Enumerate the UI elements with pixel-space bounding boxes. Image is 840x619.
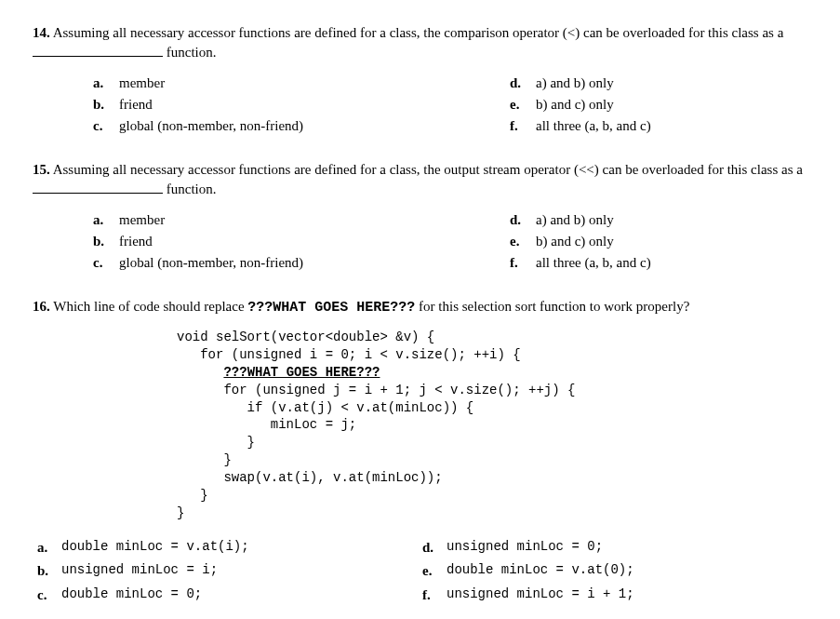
options-left: a. member b. friend c. global (non-membe… [93,74,510,138]
option-text: all three (a, b, and c) [536,253,807,273]
option-d: d. a) and b) only [510,210,807,230]
option-text: b) and c) only [536,232,807,251]
options-right: d. a) and b) only e. b) and c) only f. a… [510,74,807,138]
option-letter: e. [510,95,536,114]
options-right: d. a) and b) only e. b) and c) only f. a… [510,210,807,275]
question-16: 16. Which line of code should replace ??… [33,297,807,608]
option-letter: e. [510,232,536,251]
option-letter: b. [93,232,119,251]
question-body-after: function. [163,45,217,60]
code-options-left: a. double minLoc = v.at(i); b. unsigned … [37,537,422,609]
code-line: void selSort(vector<double> &v) { [177,330,434,344]
code-options-right: d. unsigned minLoc = 0; e. double minLoc… [422,537,807,609]
option-f: f. all three (a, b, and c) [510,116,807,136]
options-left: a. member b. friend c. global (non-membe… [93,210,510,275]
option-letter: c. [93,116,119,136]
code-line: } [177,488,208,503]
option-letter: f. [422,585,447,606]
question-number: 14. [33,25,50,40]
option-text: b) and c) only [536,95,807,114]
code-line: minLoc = j; [177,417,356,432]
code-line: } [177,505,184,520]
code-line [177,365,223,380]
fill-blank [33,56,163,57]
option-c: c. double minLoc = 0; [37,585,422,606]
option-text: friend [119,232,510,251]
question-text: 15. Assuming all necessary accessor func… [33,160,807,199]
code-line: swap(v.at(i), v.at(minLoc)); [177,470,443,485]
option-text: member [119,210,510,230]
option-letter: e. [422,560,447,582]
options-row: a. member b. friend c. global (non-membe… [33,210,807,275]
question-15: 15. Assuming all necessary accessor func… [33,160,807,275]
code-placeholder: ???WHAT GOES HERE??? [223,365,380,380]
question-number: 15. [33,162,50,177]
question-body-before: Assuming all necessary accessor function… [53,162,803,177]
option-letter: d. [422,537,447,558]
question-body-before: Which line of code should replace [53,299,247,314]
option-text: a) and b) only [536,74,807,93]
code-line: for (unsigned i = 0; i < v.size(); ++i) … [177,347,521,362]
option-e: e. b) and c) only [510,232,807,251]
option-text: member [119,74,510,93]
option-text: global (non-member, non-friend) [119,253,510,273]
option-letter: a. [93,210,119,230]
option-b: b. unsigned minLoc = i; [37,560,422,582]
placeholder-text: ???WHAT GOES HERE??? [247,300,415,316]
code-line: for (unsigned j = i + 1; j < v.size(); +… [177,383,575,397]
option-text: global (non-member, non-friend) [119,116,510,136]
option-a: a. member [93,210,510,230]
option-text: a) and b) only [536,210,807,230]
option-text: unsigned minLoc = i; [61,560,218,582]
question-body-after: function. [163,182,217,196]
question-text: 16. Which line of code should replace ??… [33,297,807,317]
option-a: a. member [93,74,510,93]
option-letter: a. [93,74,119,93]
option-letter: b. [37,560,61,582]
option-text: double minLoc = 0; [61,585,202,606]
option-letter: f. [510,253,536,273]
option-text: all three (a, b, and c) [536,116,807,136]
options-row: a. member b. friend c. global (non-membe… [33,74,807,138]
option-d: d. a) and b) only [510,74,807,93]
option-f: f. unsigned minLoc = i + 1; [422,585,807,606]
option-text: unsigned minLoc = 0; [447,537,603,558]
option-letter: a. [37,537,61,558]
option-b: b. friend [93,232,510,251]
option-letter: c. [37,585,61,606]
fill-blank [33,193,163,194]
code-line: } [177,435,255,450]
option-letter: d. [510,74,536,93]
option-e: e. b) and c) only [510,95,807,114]
option-letter: f. [510,116,536,136]
option-text: unsigned minLoc = i + 1; [447,585,634,606]
option-letter: c. [93,253,119,273]
option-c: c. global (non-member, non-friend) [93,116,510,136]
question-body-after: for this selection sort function to work… [415,299,689,314]
option-text: double minLoc = v.at(i); [61,537,249,558]
question-text: 14. Assuming all necessary accessor func… [33,23,807,62]
question-body-before: Assuming all necessary accessor function… [53,25,784,40]
option-d: d. unsigned minLoc = 0; [422,537,807,558]
option-text: friend [119,95,510,114]
option-a: a. double minLoc = v.at(i); [37,537,422,558]
code-line: } [177,452,232,467]
code-line: if (v.at(j) < v.at(minLoc)) { [177,400,473,415]
question-14: 14. Assuming all necessary accessor func… [33,23,807,138]
question-number: 16. [33,299,50,314]
option-letter: b. [93,95,119,114]
option-b: b. friend [93,95,510,114]
code-block: void selSort(vector<double> &v) { for (u… [177,329,807,522]
code-options-row: a. double minLoc = v.at(i); b. unsigned … [33,537,807,609]
option-text: double minLoc = v.at(0); [447,560,634,582]
option-letter: d. [510,210,536,230]
option-c: c. global (non-member, non-friend) [93,253,510,273]
option-e: e. double minLoc = v.at(0); [422,560,807,582]
option-f: f. all three (a, b, and c) [510,253,807,273]
